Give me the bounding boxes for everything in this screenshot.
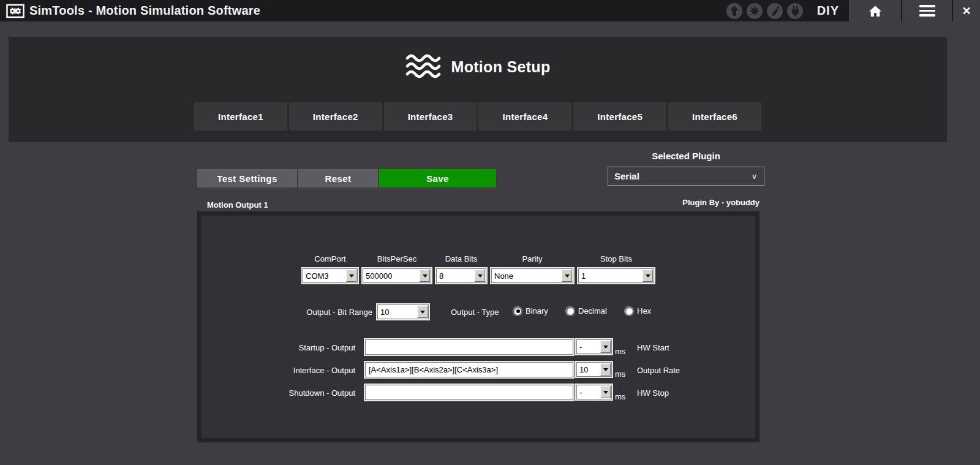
interface-output-label: Interface - Output xyxy=(222,366,355,375)
pencil-circle-icon[interactable] xyxy=(767,3,783,19)
waves-icon xyxy=(405,53,441,81)
motion-output-section-title: Motion Output 1 xyxy=(207,200,268,210)
interface-output-input[interactable] xyxy=(365,362,573,377)
titlebar-right: DIY ✕ xyxy=(726,0,980,21)
motion-setup-header: Motion Setup Interface1 Interface2 Inter… xyxy=(9,37,947,142)
close-button[interactable]: ✕ xyxy=(953,0,980,21)
bit-range-dropdown[interactable]: 10 xyxy=(377,304,429,319)
radio-hex[interactable]: Hex xyxy=(625,306,651,316)
dropdown-arrow-icon[interactable] xyxy=(600,386,611,398)
dropdown-arrow-icon[interactable] xyxy=(346,270,356,282)
dropdown-arrow-icon[interactable] xyxy=(600,363,611,376)
databits-dropdown[interactable]: 8 xyxy=(436,268,486,283)
reset-button[interactable]: Reset xyxy=(298,169,378,187)
serial-field-labels: ComPort BitsPerSec Data Bits Parity Stop… xyxy=(202,254,755,263)
startup-interval-dropdown[interactable]: - xyxy=(576,339,612,354)
home-button[interactable] xyxy=(849,0,901,21)
dropdown-arrow-icon[interactable] xyxy=(562,270,572,282)
shutdown-output-label: Shutdown - Output xyxy=(222,388,355,398)
parity-dropdown[interactable]: None xyxy=(491,268,573,283)
shutdown-output-input[interactable] xyxy=(365,385,573,400)
diy-badge: DIY xyxy=(817,4,839,18)
tab-interface5[interactable]: Interface5 xyxy=(573,102,666,130)
output-rate-dropdown[interactable]: 10 xyxy=(576,362,612,377)
ms-unit-label: ms xyxy=(615,347,625,356)
tab-interface2[interactable]: Interface2 xyxy=(289,102,382,130)
home-icon xyxy=(867,3,884,19)
shutdown-output-row: Shutdown - Output - ms HW Stop xyxy=(202,385,755,401)
startup-output-row: Startup - Output - ms HW Start xyxy=(202,339,755,355)
selected-plugin-label: Selected Plugin xyxy=(608,151,764,161)
app-window: SimTools - Motion Simulation Software DI… xyxy=(0,0,980,465)
dropdown-arrow-icon[interactable] xyxy=(643,270,653,282)
bit-range-label: Output - Bit Range xyxy=(240,308,372,317)
chevron-down-icon: v xyxy=(752,172,756,181)
close-icon: ✕ xyxy=(962,4,971,18)
dropdown-arrow-icon[interactable] xyxy=(420,270,430,282)
selected-plugin-dropdown[interactable]: Serial v xyxy=(608,167,764,186)
hamburger-icon xyxy=(919,5,935,7)
radio-decimal[interactable]: Decimal xyxy=(566,306,607,316)
page-title: Motion Setup xyxy=(451,58,551,76)
hw-stop-label: HW Stop xyxy=(637,388,669,398)
stopbits-dropdown[interactable]: 1 xyxy=(578,268,654,283)
arrow-up-circle-icon[interactable] xyxy=(726,3,742,19)
bitspersec-dropdown[interactable]: 500000 xyxy=(363,268,431,283)
motion-output-panel: ComPort BitsPerSec Data Bits Parity Stop… xyxy=(197,211,760,442)
tab-interface4[interactable]: Interface4 xyxy=(478,102,571,130)
output-options-row: Output - Bit Range 10 Output - Type Bina… xyxy=(202,304,755,321)
output-type-label: Output - Type xyxy=(451,308,499,317)
tab-interface1[interactable]: Interface1 xyxy=(194,102,287,130)
shutdown-interval-dropdown[interactable]: - xyxy=(576,385,612,399)
serial-field-combos: COM3 500000 8 None 1 xyxy=(202,268,755,283)
dropdown-arrow-icon[interactable] xyxy=(475,270,485,282)
comport-dropdown[interactable]: COM3 xyxy=(303,268,358,283)
dropdown-arrow-icon[interactable] xyxy=(417,306,428,318)
save-button[interactable]: Save xyxy=(379,169,496,187)
interface-tabs: Interface1 Interface2 Interface3 Interfa… xyxy=(194,102,761,130)
dropdown-arrow-icon[interactable] xyxy=(600,341,611,353)
test-settings-button[interactable]: Test Settings xyxy=(197,169,297,187)
selected-plugin-value: Serial xyxy=(614,171,639,181)
output-rate-label: Output Rate xyxy=(637,366,680,375)
ms-unit-label: ms xyxy=(615,392,625,401)
hw-start-label: HW Start xyxy=(637,343,669,352)
titlebar: SimTools - Motion Simulation Software DI… xyxy=(0,0,980,21)
radio-button-icon[interactable] xyxy=(566,307,575,316)
simtools-logo-icon xyxy=(6,3,24,19)
comport-label: ComPort xyxy=(303,254,358,263)
radio-button-icon[interactable] xyxy=(513,307,522,316)
startup-output-input[interactable] xyxy=(365,339,573,355)
radio-button-icon[interactable] xyxy=(625,307,633,316)
app-title: SimTools - Motion Simulation Software xyxy=(29,4,260,18)
menu-button[interactable] xyxy=(902,0,952,21)
tab-interface3[interactable]: Interface3 xyxy=(384,102,477,130)
motion-setup-title: Motion Setup xyxy=(9,53,947,81)
bitspersec-label: BitsPerSec xyxy=(363,254,431,263)
plugin-author-label: Plugin By - yobuddy xyxy=(608,198,760,207)
startup-output-label: Startup - Output xyxy=(222,343,355,352)
parity-label: Parity xyxy=(491,254,573,263)
stopbits-label: Stop Bits xyxy=(578,254,654,263)
ms-unit-label: ms xyxy=(615,369,625,379)
interface-output-row: Interface - Output 10 ms Output Rate xyxy=(202,362,755,378)
tab-interface6[interactable]: Interface6 xyxy=(668,102,761,130)
radio-binary[interactable]: Binary xyxy=(513,306,548,316)
plug-circle-icon[interactable] xyxy=(787,3,803,19)
databits-label: Data Bits xyxy=(436,254,486,263)
starburst-circle-icon[interactable] xyxy=(747,3,763,19)
